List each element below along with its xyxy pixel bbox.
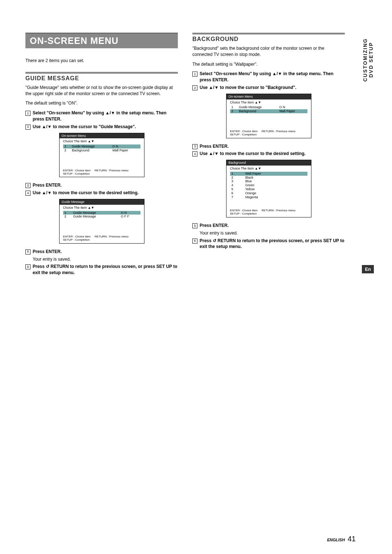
section-guide-message: GUIDE MESSAGE [25, 72, 178, 82]
osd-row: 4Green [230, 183, 307, 187]
step-text: Select "On-screen Menu" by using ▲/▼ in … [200, 71, 345, 83]
step-5-note: Your entry is saved. [200, 230, 345, 236]
guide-desc-1: "Guide Message" sets whether or not to s… [25, 85, 178, 97]
step-1: 1 Select "On-screen Menu" by using ▲/▼ i… [25, 110, 178, 122]
osd-row: 7Magenta [230, 195, 307, 199]
osd-row: 2Guide MessageO F F [63, 215, 140, 219]
step-number: 1 [192, 72, 197, 77]
step-number: 3 [192, 144, 197, 149]
step-text: Your entry is saved. [200, 230, 238, 236]
step-number: 6 [192, 239, 197, 244]
footer-language: ENGLISH [327, 538, 345, 542]
step-number: 2 [25, 125, 30, 130]
osd-row: 2Black [230, 176, 307, 180]
side-tab-line2: DVD SETUP [368, 42, 374, 78]
step-2: 2 Use ▲/▼ to move the cursor to "Guide M… [25, 124, 178, 130]
osd-row: 1Guide MessageO N [63, 211, 140, 215]
step-number: 3 [25, 183, 30, 188]
osd-menu-3: On-screen Menu Choice The Item ▲▼ 1Guide… [226, 94, 311, 138]
osd-footer: ENTER : Choice item RETURN : Previous me… [226, 208, 311, 217]
step-2: 2 Use ▲/▼ to move the cursor to "Backgro… [192, 85, 345, 91]
osd-choice-label: Choice The Item ▲▼ [226, 99, 311, 106]
step-text: Use ▲/▼ to move the cursor to the desire… [200, 151, 306, 157]
step-number: 4 [25, 191, 30, 196]
step-text: Press ENTER. [200, 143, 229, 150]
footer-page-number: 41 [348, 535, 356, 543]
osd-footer: ENTER : Choice item RETURN : Previous me… [226, 129, 311, 138]
step-number: 5 [192, 223, 197, 228]
osd-menu-4: Background Choice The Item ▲▼ 1Wall Pape… [226, 160, 311, 217]
osd-row: 2BackgroundWall Paper [230, 109, 307, 113]
step-5: 5 Press ENTER. [25, 249, 178, 255]
step-text: Press ↺ RETURN to return to the previous… [33, 264, 178, 276]
step-1: 1 Select "On-screen Menu" by using ▲/▼ i… [192, 71, 345, 83]
osd-choice-label: Choice The Item ▲▼ [60, 138, 144, 144]
step-5: 5 Press ENTER. [192, 223, 345, 229]
side-tab: CUSTOMIZING DVD SETUP [362, 38, 374, 82]
side-tab-line1: CUSTOMIZING [362, 38, 368, 82]
step-number: 2 [192, 85, 197, 90]
step-number: 4 [192, 151, 197, 156]
osd-row: 3Blue [230, 179, 307, 183]
language-badge: En [362, 265, 374, 273]
step-4: 4 Use ▲/▼ to move the cursor to the desi… [192, 151, 345, 157]
main-title: ON-SCREEN MENU [25, 33, 178, 48]
step-text: Use ▲/▼ to move the cursor to the desire… [33, 190, 139, 196]
osd-row: 1Guide MessageO N [230, 105, 307, 109]
step-text: Select "On-screen Menu" by using ▲/▼ in … [33, 110, 178, 122]
step-number: 5 [25, 249, 30, 254]
osd-row: 2BackgroundWall Paper [63, 148, 140, 152]
osd-menu-2: Guide Message Choice The Item ▲▼ 1Guide … [59, 199, 144, 244]
osd-footer: ENTER : Choice item RETURN : Previous me… [60, 168, 144, 177]
page-footer: ENGLISH 41 [327, 535, 356, 543]
step-text: Press ↺ RETURN to return to the previous… [200, 238, 345, 250]
osd-title: On-screen Menu [60, 133, 144, 139]
step-number: 6 [25, 264, 30, 269]
step-5-note: Your entry is saved. [33, 256, 178, 262]
osd-title: Background [226, 160, 311, 166]
step-text: Use ▲/▼ to move the cursor to "Guide Mes… [33, 124, 136, 130]
step-text: Press ENTER. [33, 249, 62, 255]
osd-title: Guide Message [60, 199, 144, 205]
intro-text: There are 2 items you can set. [25, 58, 178, 64]
osd-row: 6Orange [230, 191, 307, 195]
step-4: 4 Use ▲/▼ to move the cursor to the desi… [25, 190, 178, 196]
osd-title: On-screen Menu [226, 94, 311, 99]
step-6: 6 Press ↺ RETURN to return to the previo… [25, 264, 178, 276]
osd-footer: ENTER : Choice item RETURN : Previous me… [60, 235, 144, 243]
step-text: Press ENTER. [200, 223, 229, 229]
osd-menu-1: On-screen Menu Choice The Item ▲▼ 1Guide… [59, 133, 144, 178]
step-3: 3 Press ENTER. [25, 182, 178, 188]
osd-choice-label: Choice The Item ▲▼ [226, 166, 311, 172]
bg-desc-1: "Background" sets the background color o… [192, 45, 345, 58]
guide-desc-2: The default setting is "ON". [25, 100, 178, 106]
section-background: BACKGROUND [192, 33, 345, 42]
right-column: BACKGROUND "Background" sets the backgro… [192, 33, 345, 277]
step-text: Press ENTER. [33, 182, 62, 188]
step-3: 3 Press ENTER. [192, 143, 345, 150]
left-column: ON-SCREEN MENU There are 2 items you can… [25, 33, 178, 277]
osd-choice-label: Choice The Item ▲▼ [60, 205, 144, 211]
bg-desc-2: The default setting is "Wallpaper". [192, 61, 345, 68]
osd-row: 1Wall Paper [230, 172, 307, 176]
step-number: 1 [25, 111, 30, 116]
osd-row: 1Guide MessageO N [63, 144, 140, 148]
step-text: Use ▲/▼ to move the cursor to "Backgroun… [200, 85, 297, 91]
step-text: Your entry is saved. [33, 256, 71, 262]
osd-row: 5Yellow [230, 187, 307, 191]
step-6: 6 Press ↺ RETURN to return to the previo… [192, 238, 345, 250]
